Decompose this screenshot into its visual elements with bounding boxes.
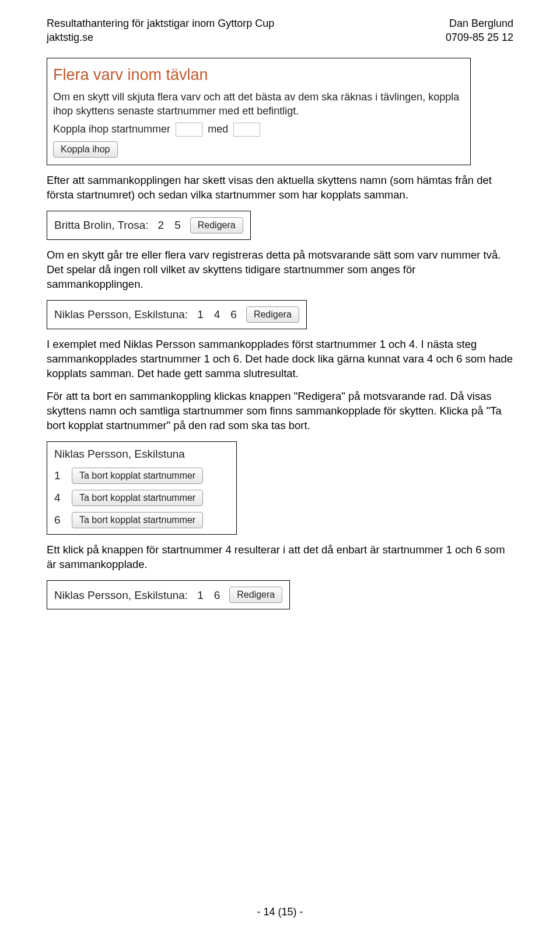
label-prefix: Koppla ihop startnummer — [53, 123, 170, 135]
header-right-1: Dan Berglund — [449, 16, 513, 30]
linked-name-3: Niklas Persson, Eskilstuna: — [54, 588, 188, 603]
linked-num: 1 — [197, 307, 204, 322]
linked-name-1: Britta Brolin, Trosa: — [54, 218, 149, 233]
linked-row-1: Britta Brolin, Trosa: 2 5 Redigera — [47, 211, 251, 240]
page-header: Resultathantering för jaktstigar inom Gy… — [47, 16, 513, 45]
remove-button[interactable]: Ta bort kopplat startnummer — [72, 490, 203, 506]
paragraph-5: Ett klick på knappen för startnummer 4 r… — [47, 543, 513, 572]
label-mid: med — [208, 123, 228, 135]
paragraph-1: Efter att sammankopplingen har skett vis… — [47, 173, 513, 203]
panel-description: Om en skytt vill skjuta flera varv och a… — [53, 90, 464, 119]
page-footer: - 14 (15) - — [0, 905, 560, 919]
remove-panel-title: Niklas Persson, Eskilstuna — [54, 447, 229, 462]
header-right-2: 0709-85 25 12 — [446, 30, 513, 44]
paragraph-3: I exemplet med Niklas Persson sammankopp… — [47, 337, 513, 381]
remove-button[interactable]: Ta bort kopplat startnummer — [72, 512, 203, 528]
linked-num: 6 — [214, 588, 220, 603]
remove-row: 6 Ta bort kopplat startnummer — [54, 512, 229, 528]
startnumber-input-1[interactable] — [176, 123, 202, 137]
linked-name-2: Niklas Persson, Eskilstuna: — [54, 307, 188, 322]
edit-button-3[interactable]: Redigera — [229, 587, 282, 603]
header-left-1: Resultathantering för jaktstigar inom Gy… — [47, 16, 274, 30]
remove-row: 4 Ta bort kopplat startnummer — [54, 490, 229, 506]
linked-row-3: Niklas Persson, Eskilstuna: 1 6 Redigera — [47, 580, 290, 609]
remove-button[interactable]: Ta bort kopplat startnummer — [72, 468, 203, 484]
paragraph-2: Om en skytt går tre eller flera varv reg… — [47, 248, 513, 292]
remove-num: 6 — [54, 513, 62, 528]
linked-row-2: Niklas Persson, Eskilstuna: 1 4 6 Redige… — [47, 300, 307, 329]
linked-num: 2 — [158, 218, 164, 233]
edit-button-2[interactable]: Redigera — [246, 306, 299, 323]
linked-num: 5 — [174, 218, 181, 233]
link-startnumber-panel: Flera varv inom tävlan Om en skytt vill … — [47, 58, 471, 165]
edit-button-1[interactable]: Redigera — [190, 217, 243, 234]
remove-num: 4 — [54, 490, 62, 506]
linked-num: 6 — [230, 307, 237, 322]
remove-link-panel: Niklas Persson, Eskilstuna 1 Ta bort kop… — [47, 441, 237, 535]
linked-num: 1 — [197, 588, 204, 603]
remove-num: 1 — [54, 468, 62, 483]
startnumber-input-2[interactable] — [233, 123, 260, 137]
panel-title: Flera varv inom tävlan — [53, 64, 464, 85]
remove-row: 1 Ta bort kopplat startnummer — [54, 468, 229, 484]
paragraph-4: För att ta bort en sammankoppling klicka… — [47, 389, 513, 433]
link-button[interactable]: Koppla ihop — [53, 141, 118, 158]
header-left-2: jaktstig.se — [47, 30, 93, 44]
linked-num: 4 — [214, 307, 220, 322]
link-input-line: Koppla ihop startnummer med — [53, 122, 464, 137]
